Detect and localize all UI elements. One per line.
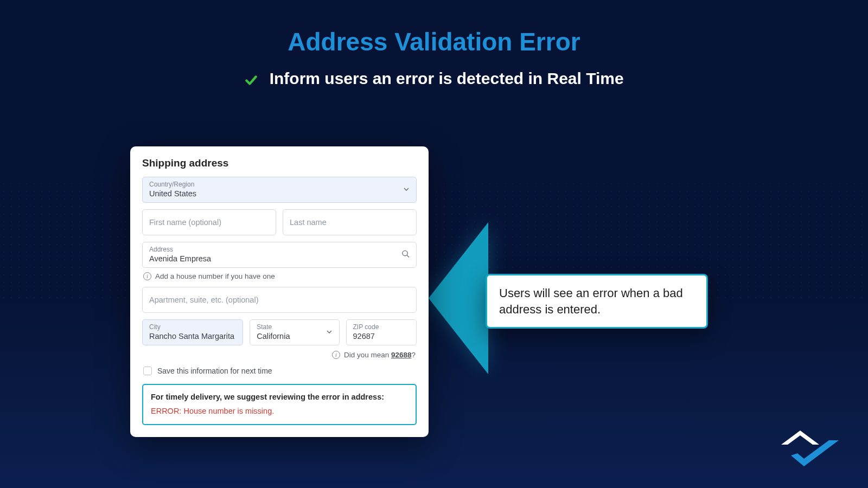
callout-pointer bbox=[429, 222, 488, 374]
save-label: Save this information for next time bbox=[157, 367, 272, 375]
zip-hint-value[interactable]: 92688 bbox=[391, 351, 412, 359]
save-info-row[interactable]: Save this information for next time bbox=[143, 367, 417, 375]
state-label: State bbox=[257, 323, 332, 331]
page-subtitle: Inform users an error is detected in Rea… bbox=[0, 69, 868, 89]
city-value: Rancho Santa Margarita bbox=[149, 332, 234, 341]
svg-line-1 bbox=[407, 255, 409, 258]
page-title: Address Validation Error bbox=[0, 27, 868, 56]
info-icon: i bbox=[332, 351, 340, 359]
chevron-down-icon bbox=[403, 185, 410, 195]
city-input[interactable]: City Rancho Santa Margarita bbox=[142, 319, 243, 345]
callout-text: Users will see an error when a bad addre… bbox=[499, 286, 683, 316]
callout-bubble: Users will see an error when a bad addre… bbox=[486, 274, 708, 329]
error-heading: For timely delivery, we suggest reviewin… bbox=[151, 393, 408, 401]
zip-input[interactable]: ZIP code 92687 bbox=[346, 319, 417, 345]
last-name-placeholder: Last name bbox=[290, 218, 327, 227]
first-name-input[interactable]: First name (optional) bbox=[142, 209, 276, 235]
search-icon bbox=[401, 250, 410, 260]
zip-suggestion[interactable]: i Did you mean 92688? bbox=[142, 351, 416, 359]
svg-point-0 bbox=[403, 251, 407, 255]
shipping-form-card: Shipping address Country/Region United S… bbox=[130, 146, 429, 437]
apartment-placeholder: Apartment, suite, etc. (optional) bbox=[149, 296, 259, 304]
save-checkbox[interactable] bbox=[143, 367, 152, 375]
form-heading: Shipping address bbox=[142, 157, 417, 169]
brand-logo bbox=[770, 419, 841, 467]
info-icon: i bbox=[143, 272, 151, 280]
address-hint: i Add a house number if you have one bbox=[143, 272, 417, 280]
chevron-down-icon bbox=[326, 328, 333, 337]
subtitle-text: Inform users an error is detected in Rea… bbox=[270, 69, 624, 87]
address-label: Address bbox=[149, 246, 410, 253]
error-box: For timely delivery, we suggest reviewin… bbox=[142, 384, 417, 425]
zip-value: 92687 bbox=[353, 332, 375, 341]
apartment-input[interactable]: Apartment, suite, etc. (optional) bbox=[142, 287, 417, 313]
country-select[interactable]: Country/Region United States bbox=[142, 177, 417, 203]
state-value: California bbox=[257, 332, 290, 341]
city-label: City bbox=[149, 323, 236, 331]
zip-hint-prefix: Did you mean bbox=[344, 351, 391, 359]
country-label: Country/Region bbox=[149, 181, 410, 188]
address-value: Avenida Empresa bbox=[149, 254, 211, 263]
error-text: ERROR: House number is missing. bbox=[151, 407, 408, 415]
first-name-placeholder: First name (optional) bbox=[149, 218, 221, 227]
zip-label: ZIP code bbox=[353, 323, 410, 331]
zip-hint-suffix: ? bbox=[411, 351, 416, 359]
country-value: United States bbox=[149, 189, 196, 198]
last-name-input[interactable]: Last name bbox=[283, 209, 417, 235]
check-icon bbox=[244, 70, 263, 88]
state-select[interactable]: State California bbox=[250, 319, 339, 345]
address-input[interactable]: Address Avenida Empresa bbox=[142, 242, 417, 268]
address-hint-text: Add a house number if you have one bbox=[155, 272, 275, 280]
